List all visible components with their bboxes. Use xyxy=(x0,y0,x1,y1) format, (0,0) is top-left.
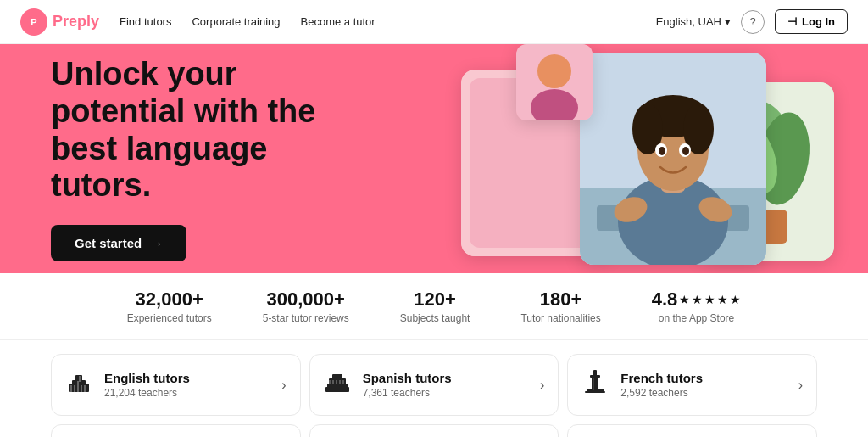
french-name: French tutors xyxy=(620,371,786,385)
hero-visual xyxy=(478,44,851,273)
spanish-info: Spanish tutors 7,361 teachers xyxy=(363,371,528,399)
svg-point-18 xyxy=(659,147,665,155)
french-icon xyxy=(581,368,609,401)
help-button[interactable]: ? xyxy=(741,10,765,34)
svg-rect-45 xyxy=(342,380,344,384)
english-name: English tutors xyxy=(104,371,270,385)
stat-number-subjects: 120+ xyxy=(400,289,470,311)
stat-stars-row: 4.8 ★ ★ ★ ★ ★ xyxy=(652,289,742,311)
hero-title: Unlock your potential with the best lang… xyxy=(51,56,356,204)
card-stack xyxy=(478,44,851,273)
french-count: 2,592 teachers xyxy=(620,387,786,399)
tutor-card-italian[interactable]: Italian tutors 1,779 teachers › xyxy=(309,424,559,437)
svg-rect-40 xyxy=(332,374,342,379)
stat-nationalities: 180+ Tutor nationalities xyxy=(520,289,600,324)
stat-rating: 4.8 xyxy=(652,289,678,311)
svg-rect-50 xyxy=(585,391,605,393)
stat-label-nat: Tutor nationalities xyxy=(520,312,600,324)
tutors-grid: English tutors 21,204 teachers › xyxy=(51,354,817,437)
tutor-card-spanish[interactable]: Spanish tutors 7,361 teachers › xyxy=(309,354,559,416)
star-4: ★ xyxy=(717,293,728,306)
svg-rect-36 xyxy=(79,376,81,382)
logo-icon: P xyxy=(20,8,47,36)
svg-rect-31 xyxy=(74,385,75,392)
stat-label-reviews: 5-star tutor reviews xyxy=(263,312,349,324)
svg-rect-44 xyxy=(339,380,341,384)
login-label: Log In xyxy=(802,15,835,28)
nav-find-tutors[interactable]: Find tutors xyxy=(120,15,171,28)
tutor-card-chinese[interactable]: Chinese tutors 3,596 teachers › xyxy=(567,424,817,437)
tutors-section: English tutors 21,204 teachers › xyxy=(0,340,868,437)
language-selector[interactable]: English, UAH ▾ xyxy=(656,15,731,28)
svg-rect-41 xyxy=(329,380,331,384)
svg-point-19 xyxy=(682,147,689,155)
spanish-count: 7,361 teachers xyxy=(363,387,528,399)
logo[interactable]: P Preply xyxy=(20,8,99,36)
get-started-button[interactable]: Get started → xyxy=(51,225,186,261)
stats-section: 32,000+ Experienced tutors 300,000+ 5-st… xyxy=(0,273,868,340)
main-tutor-card xyxy=(580,53,766,265)
spanish-name: Spanish tutors xyxy=(363,371,528,385)
nav-right: English, UAH ▾ ? ⊣ Log In xyxy=(656,9,848,34)
svg-rect-30 xyxy=(70,385,72,392)
stat-appstore: 4.8 ★ ★ ★ ★ ★ on the App Store xyxy=(652,289,742,324)
login-icon: ⊣ xyxy=(787,15,797,28)
tutor-card-french[interactable]: French tutors 2,592 teachers › xyxy=(567,354,817,416)
nav-corporate[interactable]: Corporate training xyxy=(192,15,280,28)
login-button[interactable]: ⊣ Log In xyxy=(775,9,848,34)
svg-rect-43 xyxy=(336,380,337,384)
svg-rect-35 xyxy=(77,381,79,385)
english-info: English tutors 21,204 teachers xyxy=(104,371,270,399)
spanish-icon xyxy=(324,368,351,401)
cta-label: Get started xyxy=(75,236,142,250)
svg-rect-33 xyxy=(81,385,82,392)
svg-rect-32 xyxy=(77,385,79,392)
star-5: ★ xyxy=(730,293,741,306)
hero-text: Unlock your potential with the best lang… xyxy=(51,56,356,261)
stat-label-appstore: on the App Store xyxy=(652,312,742,324)
stat-subjects: 120+ Subjects taught xyxy=(400,289,470,324)
lang-label: English, UAH xyxy=(656,15,721,28)
stat-label-tutors: Experienced tutors xyxy=(127,312,212,324)
english-count: 21,204 teachers xyxy=(104,387,270,399)
small-tutor-card xyxy=(516,44,593,120)
stat-number-tutors: 32,000+ xyxy=(127,289,212,311)
french-arrow: › xyxy=(798,378,803,393)
spanish-arrow: › xyxy=(540,378,544,393)
navbar: P Preply Find tutors Corporate training … xyxy=(0,0,868,44)
star-3: ★ xyxy=(704,293,715,306)
arrow-icon: → xyxy=(150,236,163,250)
svg-text:P: P xyxy=(31,17,36,27)
stat-reviews: 300,000+ 5-star tutor reviews xyxy=(263,289,349,324)
hero-section: Unlock your potential with the best lang… xyxy=(0,44,868,273)
tutor-card-german[interactable]: German tutors 1,176 teachers › xyxy=(51,424,301,437)
stat-label-subjects: Subjects taught xyxy=(400,312,470,324)
svg-rect-34 xyxy=(84,385,86,392)
french-info: French tutors 2,592 teachers xyxy=(620,371,786,399)
nav-left: P Preply Find tutors Corporate training … xyxy=(20,8,376,36)
svg-point-3 xyxy=(537,54,571,88)
tutor-card-english[interactable]: English tutors 21,204 teachers › xyxy=(51,354,301,416)
nav-become-tutor[interactable]: Become a tutor xyxy=(301,15,376,28)
stat-number-nat: 180+ xyxy=(520,289,600,311)
stat-experienced-tutors: 32,000+ Experienced tutors xyxy=(127,289,212,324)
star-2: ★ xyxy=(692,293,703,306)
svg-rect-42 xyxy=(332,380,334,384)
logo-text: Preply xyxy=(53,13,99,31)
english-arrow: › xyxy=(281,378,286,393)
stat-number-reviews: 300,000+ xyxy=(263,289,349,311)
english-icon xyxy=(65,368,92,401)
star-1: ★ xyxy=(679,293,690,306)
svg-rect-51 xyxy=(593,378,594,390)
chevron-down-icon: ▾ xyxy=(725,15,731,28)
